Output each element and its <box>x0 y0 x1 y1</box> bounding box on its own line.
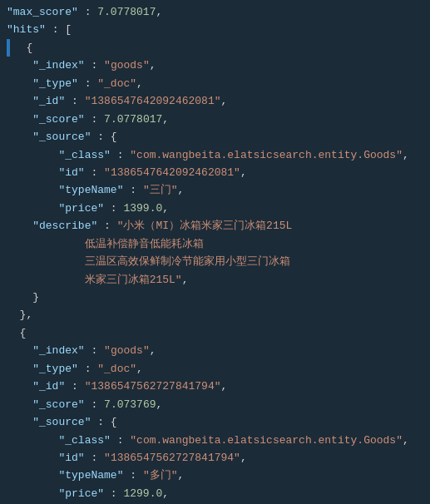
code-viewer: "max_score" : 7.0778017, "hits" : [ { "_… <box>0 0 430 504</box>
json-content: "max_score" : 7.0778017, "hits" : [ { "_… <box>0 0 430 504</box>
